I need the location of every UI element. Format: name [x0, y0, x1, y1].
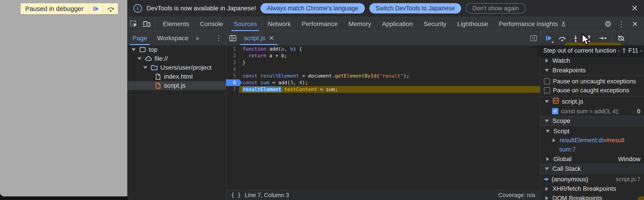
scope-global-group[interactable]: Global Window — [540, 154, 644, 164]
devtools-window: i DevTools is now available in Japanese!… — [127, 0, 644, 200]
dont-show-again-button[interactable]: Don't show again — [466, 3, 526, 13]
call-stack-section-header[interactable]: Call Stack — [540, 164, 644, 174]
deactivate-breakpoints-button[interactable] — [615, 32, 627, 44]
navigator-tab-page[interactable]: Page — [128, 31, 152, 45]
dom-breakpoints-section-header[interactable]: DOM Breakpoints — [540, 194, 644, 200]
tab-security[interactable]: Security — [418, 17, 452, 31]
expanded-caret-icon — [544, 167, 550, 170]
source-editor[interactable]: 1function add(a, b) {2 return a + b;3}45… — [226, 45, 540, 200]
tree-item-scriptjs[interactable]: script.js — [128, 81, 226, 90]
breakpoint-marker[interactable]: 6 — [226, 79, 239, 86]
global-value: Window — [618, 156, 640, 163]
switch-devtools-japanese-button[interactable]: Switch DevTools to Japanese — [369, 3, 461, 13]
device-toolbar-button[interactable] — [140, 17, 153, 31]
expand-caret-icon[interactable] — [131, 48, 136, 51]
coverage-status: Coverage: n/a — [498, 192, 535, 199]
long-press-corner — [551, 41, 553, 43]
code-text: function add(a, b) { — [239, 46, 540, 52]
checkbox-unchecked[interactable] — [544, 87, 550, 93]
scope-script-group[interactable]: Script — [540, 127, 644, 136]
expand-caret-icon[interactable] — [142, 66, 148, 69]
code-line: 1function add(a, b) { — [226, 46, 540, 52]
code-lines: 1function add(a, b) {2 return a + b;3}45… — [226, 45, 540, 93]
inspect-element-button[interactable] — [128, 17, 140, 31]
code-text: } — [239, 59, 540, 66]
watch-section-header[interactable]: Watch — [540, 56, 644, 65]
checkbox-checked[interactable]: ✓ — [552, 108, 558, 114]
code-text — [239, 66, 540, 73]
call-stack-frame[interactable]: (anonymous) script.js:7 — [540, 174, 644, 184]
frame-icon — [139, 46, 146, 53]
pause-caught-exceptions-row[interactable]: Pause on caught exceptions — [540, 86, 644, 95]
devtools-close-icon[interactable]: ✕ — [629, 20, 641, 28]
scope-var-resultelement[interactable]: resultElement: div#result — [540, 136, 644, 145]
folder-icon — [150, 64, 158, 71]
breakpoints-section-header[interactable]: Breakpoints — [540, 65, 644, 75]
navigator-overflow-chevrons[interactable]: » — [194, 31, 202, 45]
line-number[interactable]: 2 — [226, 52, 239, 59]
hide-debugger-sidebar-button[interactable] — [527, 31, 540, 45]
tab-console[interactable]: Console — [194, 17, 228, 31]
scope-var-sum[interactable]: sum: 7 — [540, 145, 644, 154]
tab-application[interactable]: Application — [376, 17, 418, 31]
tab-performance-insights[interactable]: Performance insights — [493, 17, 572, 31]
match-chrome-language-button[interactable]: Always match Chrome's language — [260, 3, 365, 13]
step-over-button[interactable] — [556, 32, 568, 44]
expanded-caret-icon — [545, 130, 551, 133]
cloud-icon — [145, 55, 152, 62]
infobar-close-icon[interactable]: ✕ — [632, 3, 638, 13]
cursor-position: Line 7, Column 3 — [245, 192, 289, 199]
collapse-right-icon — [530, 34, 538, 42]
js-badge-icon — [552, 97, 559, 106]
code-text: return a + b; — [239, 52, 540, 59]
paused-in-debugger-banner: Paused in debugger — [20, 3, 118, 14]
step-button[interactable] — [596, 32, 609, 44]
line-number[interactable]: 5 — [226, 73, 239, 79]
tree-item-file-protocol[interactable]: file:// — [128, 54, 226, 63]
line-number[interactable]: 7 — [226, 86, 239, 93]
tab-network[interactable]: Network — [262, 17, 296, 31]
resume-script-button[interactable] — [542, 32, 555, 44]
line-number[interactable]: 1 — [226, 46, 239, 52]
debugger-sidebar: Watch Breakpoints Pause on uncaught exce… — [540, 45, 644, 200]
resume-icon — [92, 5, 100, 12]
step-into-button[interactable] — [570, 32, 582, 44]
code-text: const resultElement = document.getElemen… — [239, 73, 540, 79]
banner-resume-button[interactable] — [88, 3, 103, 14]
tab-elements[interactable]: Elements — [158, 17, 194, 31]
hide-navigator-button[interactable] — [226, 31, 239, 45]
tab-performance[interactable]: Performance — [296, 17, 343, 31]
tab-lighthouse[interactable]: Lighthouse — [452, 17, 493, 31]
navigator-kebab-icon[interactable]: ⋮ — [215, 31, 226, 45]
breakpoint-entry[interactable]: ✓ const sum = add(3, 4); 6 — [540, 107, 644, 116]
tab-memory[interactable]: Memory — [343, 17, 376, 31]
more-options-kebab-icon[interactable]: ⋮ — [615, 20, 628, 28]
tree-item-indexhtml[interactable]: index.html — [128, 72, 226, 81]
inspected-page-background: Paused in debugger — [0, 0, 127, 197]
line-number[interactable]: 3 — [226, 59, 239, 66]
checkbox-unchecked[interactable] — [544, 78, 550, 84]
settings-gear-icon[interactable]: ⚙ — [602, 19, 614, 29]
breakpoint-file-group[interactable]: script.js — [540, 96, 644, 106]
expand-caret-icon[interactable] — [136, 57, 142, 60]
expanded-caret-icon — [544, 100, 550, 103]
collapsed-caret-icon — [544, 59, 550, 63]
scope-section-header[interactable]: Scope — [540, 116, 644, 126]
tab-close-icon[interactable]: ✕ — [269, 34, 274, 42]
pause-uncaught-exceptions-row[interactable]: Pause on uncaught exceptions — [540, 77, 644, 86]
step-over-icon — [106, 5, 115, 13]
tree-item-top[interactable]: top — [128, 45, 226, 54]
breakpoint-line-number: 6 — [637, 108, 640, 115]
pretty-print-icon[interactable]: { } — [231, 192, 241, 198]
step-over-icon — [558, 34, 566, 42]
banner-step-over-button[interactable] — [103, 3, 118, 14]
tab-sources[interactable]: Sources — [228, 17, 262, 31]
file-icon — [154, 73, 162, 80]
tree-item-project-folder[interactable]: Users/user/project — [128, 63, 226, 72]
editor-tab-scriptjs[interactable]: script.js ✕ — [239, 31, 278, 45]
xhr-breakpoints-section-header[interactable]: XHR/fetch Breakpoints — [540, 184, 644, 194]
deactivate-breakpoints-icon — [617, 34, 625, 42]
line-number[interactable]: 4 — [226, 66, 239, 73]
navigator-tab-workspace[interactable]: Workspace — [152, 31, 194, 45]
expanded-caret-icon — [544, 120, 550, 122]
